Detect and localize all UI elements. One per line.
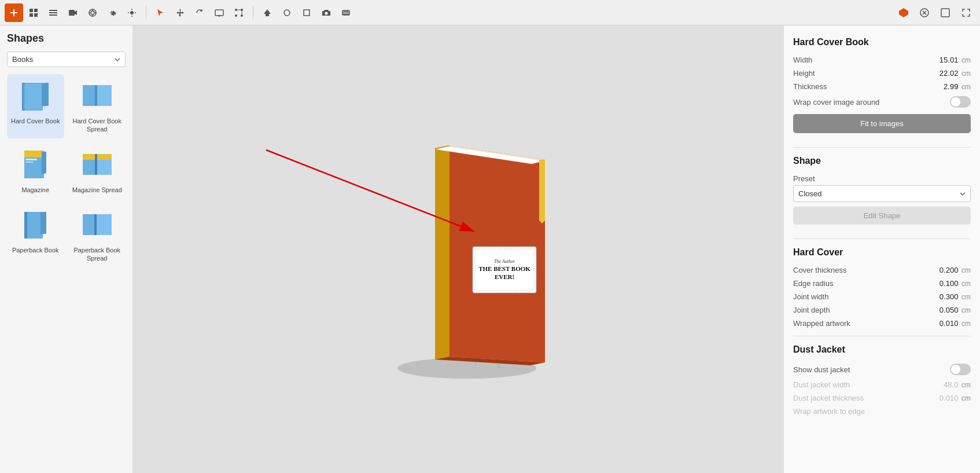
scene-tool-icon[interactable] <box>258 3 277 22</box>
magazine-icon <box>19 148 52 182</box>
svg-rect-6 <box>49 10 57 11</box>
separator-2 <box>253 6 253 20</box>
svg-rect-1 <box>10 12 17 13</box>
paperback-book-icon <box>19 208 52 243</box>
shapes-grid: Hard Cover Book Hard Cover Book Spread <box>7 74 126 267</box>
book-3d-render: The Author THE BEST BOOK EVER! <box>360 113 557 386</box>
wrap-cover-slider <box>950 96 971 108</box>
window-icon[interactable] <box>936 3 955 22</box>
svg-rect-2 <box>30 9 33 12</box>
video-icon[interactable] <box>64 3 82 22</box>
wrap-artwork-edge-label: Wrap artwork to edge <box>793 407 971 416</box>
sun-icon[interactable] <box>123 3 141 22</box>
camera-tool-icon[interactable] <box>317 3 336 22</box>
screen-tool-icon[interactable] <box>210 3 229 22</box>
show-dust-jacket-toggle[interactable] <box>950 364 971 375</box>
divider-2 <box>793 239 971 239</box>
shape-item-magazine[interactable]: Magazine <box>7 143 64 199</box>
main-area: Shapes Books Hard Cover Book <box>0 25 980 473</box>
joint-depth-row: Joint depth 0.050 cm <box>793 303 971 317</box>
height-value: 22.02 cm <box>940 69 971 78</box>
paperback-book-spread-icon <box>80 208 114 243</box>
svg-rect-73 <box>94 214 97 235</box>
wrapped-artwork-value: 0.010 cm <box>940 319 971 328</box>
canvas-area[interactable]: The Author THE BEST BOOK EVER! <box>133 25 783 473</box>
cube-icon[interactable] <box>894 3 913 22</box>
shape-item-magazine-spread[interactable]: Magazine Spread <box>69 143 126 199</box>
toolbar-right-group <box>894 3 975 22</box>
edit-shape-button: Edit Shape <box>793 207 971 225</box>
svg-rect-53 <box>42 83 49 107</box>
svg-rect-69 <box>24 212 27 239</box>
wrapped-artwork-label: Wrapped artwork <box>793 319 940 328</box>
dust-jacket-thickness-value: 0.010 cm <box>940 394 971 402</box>
menu-icon[interactable] <box>44 3 62 22</box>
close-circle-icon[interactable] <box>915 3 934 22</box>
joint-depth-label: Joint depth <box>793 306 940 314</box>
svg-rect-66 <box>96 154 112 160</box>
joint-depth-value: 0.050 cm <box>940 306 971 314</box>
expand-icon[interactable] <box>957 3 975 22</box>
svg-marker-86 <box>539 160 545 223</box>
square-tool-icon[interactable] <box>297 3 316 22</box>
width-prop-row: Width 15.01 cm <box>793 53 971 67</box>
dust-jacket-thickness-row: Dust jacket thickness 0.010 cm <box>793 391 971 405</box>
dust-jacket-width-label: Dust jacket width <box>793 380 944 389</box>
divider-3 <box>793 336 971 336</box>
shape-item-paperback-book[interactable]: Paperback Book <box>7 203 64 267</box>
hard-cover-section-title: Hard Cover <box>793 247 971 258</box>
wrap-cover-toggle[interactable] <box>950 96 971 108</box>
circle-tool-icon[interactable] <box>278 3 296 22</box>
svg-rect-22 <box>215 10 223 16</box>
film-tool-icon[interactable] <box>337 3 355 22</box>
cover-thickness-value: 0.200 cm <box>940 266 971 274</box>
add-icon[interactable] <box>5 3 23 22</box>
toolbar-left-group <box>5 3 141 22</box>
edge-radius-label: Edge radius <box>793 279 940 288</box>
shape-item-hard-cover-book-spread[interactable]: Hard Cover Book Spread <box>69 74 126 138</box>
show-dust-jacket-slider <box>950 364 971 375</box>
hard-cover-book-spread-label: Hard Cover Book Spread <box>71 117 124 134</box>
move-tool-icon[interactable] <box>171 3 189 22</box>
toolbar-tools-group <box>151 3 248 22</box>
svg-rect-9 <box>69 10 75 16</box>
svg-point-28 <box>235 14 237 17</box>
width-value: 15.01 cm <box>940 56 971 64</box>
shape-item-paperback-book-spread[interactable]: Paperback Book Spread <box>69 203 126 267</box>
edge-radius-row: Edge radius 0.100 cm <box>793 277 971 290</box>
preset-dropdown[interactable]: Closed <box>793 185 971 202</box>
dust-jacket-section-title: Dust Jacket <box>793 344 971 355</box>
wrap-cover-label: Wrap cover image around <box>793 98 950 107</box>
gear-icon[interactable] <box>103 3 121 22</box>
height-label: Height <box>793 69 940 78</box>
svg-point-35 <box>325 12 328 14</box>
svg-point-12 <box>91 11 94 14</box>
right-panel: Hard Cover Book Width 15.01 cm Height 22… <box>783 25 980 473</box>
joint-width-label: Joint width <box>793 292 940 301</box>
shape-item-hard-cover-book[interactable]: Hard Cover Book <box>7 74 64 138</box>
fit-to-images-button[interactable]: Fit to images <box>793 114 971 133</box>
svg-marker-45 <box>899 8 908 17</box>
magazine-spread-icon <box>80 148 114 182</box>
svg-rect-62 <box>42 151 46 173</box>
wrapped-artwork-row: Wrapped artwork 0.010 cm <box>793 317 971 330</box>
svg-rect-60 <box>25 159 37 160</box>
svg-rect-70 <box>40 212 46 234</box>
nodes-tool-icon[interactable] <box>230 3 248 22</box>
width-label: Width <box>793 56 940 64</box>
target-icon[interactable] <box>83 3 102 22</box>
magazine-spread-label: Magazine Spread <box>72 186 122 194</box>
svg-rect-71 <box>83 214 95 235</box>
cover-thickness-row: Cover thickness 0.200 cm <box>793 263 971 277</box>
grid-icon[interactable] <box>24 3 43 22</box>
dust-jacket-width-value: 48.0 cm <box>944 380 971 389</box>
cursor-tool-icon[interactable] <box>151 3 170 22</box>
shapes-category-dropdown[interactable]: Books <box>7 52 126 67</box>
svg-rect-4 <box>30 13 33 17</box>
preset-label-row: Preset <box>793 172 971 185</box>
svg-rect-3 <box>34 9 38 12</box>
rotate-tool-icon[interactable] <box>190 3 209 22</box>
joint-width-value: 0.300 cm <box>940 292 971 301</box>
thickness-prop-row: Thickness 2.99 cm <box>793 80 971 93</box>
svg-rect-65 <box>83 154 96 160</box>
